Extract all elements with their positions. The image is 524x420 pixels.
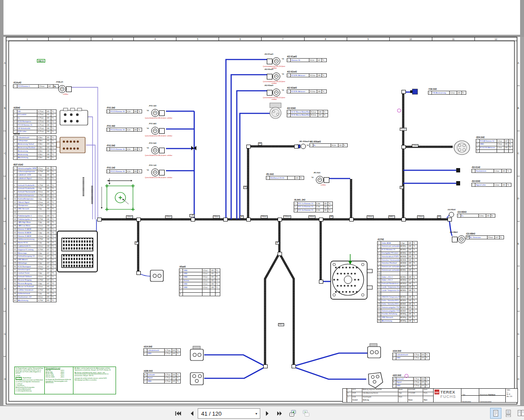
ring-lug-icon: M6 — [272, 57, 280, 65]
segment-label: Ø8 — [275, 241, 279, 245]
page-number-input[interactable]: 41 / 120 ▼ — [198, 408, 260, 419]
pin-row: 2GND0,75swJ45*6 — [393, 357, 430, 360]
pin-row: 8* — [179, 292, 220, 296]
terminal-note: *88 — [146, 147, 149, 149]
connector-pin-table: 1GND0,5swJ45*62GND0,5swJ45*63GND0,5swJ45… — [179, 268, 220, 296]
pin-row: 18CAN-Low Motor0,5swJ46*6 — [13, 224, 56, 228]
terminal-red-note: Quetschkabelschuh Ø8 (25,0)mm² unlötbar — [260, 97, 289, 101]
crimp-ferrule — [159, 148, 165, 153]
pin-row: 25Diagnose K-Leitung0,75blJ47*6 — [13, 248, 56, 251]
pin-row: 4Schirm0,5swJ45*6 — [179, 279, 220, 282]
junction-marker — [401, 90, 406, 94]
next-page-button[interactable] — [261, 407, 273, 419]
pin-row: 5Ansteuerung0,5bnJ46*6 — [13, 149, 56, 153]
round-connector: -M1:X50a#1 *88 — [301, 144, 306, 149]
round-connector: -G3:XD#1 — [449, 212, 454, 217]
grid-row-letter: F — [517, 266, 520, 311]
segment-label: 1250mm — [283, 215, 291, 218]
connector-pin-table: 1Y30 Ansteuerung1,0swJ45*6 — [428, 91, 466, 95]
connector-note: *88 — [306, 145, 309, 146]
connector-pin-table: 1Kl.50/St. Anlasser16,0swJ46*6 — [287, 73, 327, 77]
revision-table: c04.12Änderung umgesetzt, Stand 608 Bear… — [347, 389, 434, 402]
last-page-icon — [276, 410, 283, 417]
previous-view-button[interactable] — [287, 407, 298, 419]
pin-row: 13GND Sensorik1,0grJ46*8 — [13, 207, 56, 211]
type-cell: Type MHL360D MHL350 804 Bestellnummer 60… — [461, 389, 479, 402]
connector-table: -X2D#2 1Diff.0,75wsJ45*62FV-Lenkhil.0,75… — [13, 107, 56, 134]
terminal-label: -FV1:4#1 — [149, 122, 156, 125]
junction-marker — [136, 218, 141, 222]
pin-row: 23Starter Kl.501,0grJ46*8 — [13, 241, 56, 245]
pin-row: 2GND1,0swJ45*6 — [476, 143, 513, 146]
title-block: Zeichnung nach Index ändern! c04.12Änder… — [342, 388, 518, 403]
pin-row: CGND0,75swJ45*6 — [144, 380, 181, 383]
pin-row: 3Kl.15 Klemme 15ADM4aJ48*6 — [378, 248, 418, 251]
pin-row: 1FV1/Klemme 02VmotJ47*6 — [13, 85, 59, 88]
vertical-scrollbar[interactable] — [520, 37, 524, 406]
terminal-label: -X1Ac#1 — [56, 81, 63, 83]
segment-label: 110mm — [412, 144, 418, 147]
pin-row: 13Drehzahl Sonderkreis DRL+ADM4dJ48*7 — [378, 282, 418, 285]
connector-pin-table: 1Diff.0,75wsJ45*62FV-Lenkhil.0,75wsJ45*6… — [13, 109, 56, 134]
junction-marker — [319, 280, 323, 284]
terminal-label: -G3:XB#1 — [449, 231, 458, 233]
pin-row: 30Kl.50 Startsignal0,5swJ47*6 — [13, 265, 56, 268]
pin-row: 19Klemme 15 ADM0,75blJ46*6 — [13, 228, 56, 231]
connector-table: -FV1:5#2 1FV1/5 Klemme 306,0rtJ45*6 — [106, 145, 142, 151]
junction-marker — [136, 271, 141, 275]
facing-pages-view-button[interactable] — [515, 408, 524, 419]
next-view-button[interactable] — [300, 407, 312, 419]
legend-text: Alle Stecker und Kabelschuhe sind öl-, w… — [74, 372, 115, 377]
single-page-view-button[interactable] — [490, 408, 501, 419]
terminal-note: *88 — [282, 58, 284, 60]
connector-pin-table: 1Signal Lüfter1,0swJ45*6 — [471, 183, 511, 187]
pin-row: 1Y30 Ansteuerung1,0swJ45*6 — [428, 91, 466, 95]
pin-row: 1FV1/A Klemme 501,0swJ47*6 — [476, 139, 513, 143]
previous-view-icon — [289, 410, 297, 417]
first-page-button[interactable] — [172, 407, 184, 419]
legend-text: Der Kabelbaum ist mit einem Lauf-Klebeet… — [16, 380, 43, 383]
terminal-red-note: Quetschkabelschuh Ø6 (6,0)mm² unlötbar — [144, 155, 173, 157]
connector-table: -FV1:1#2 1FV1/1 Klemme 306,0rtJ45*6 — [106, 167, 142, 173]
segment-label: Ø8 — [437, 215, 441, 218]
revision-row: a02.06Serienfreigabe Norm. — [347, 396, 433, 399]
pin-row: 1Glühflansch Kl.30-J45*6 — [266, 176, 304, 180]
junction-marker — [401, 218, 406, 222]
page-dropdown-arrow-icon[interactable]: ▼ — [253, 412, 260, 415]
connector-table: -FV1:4#2 1FV1/4 Klemme 306,0rtJ45*6 — [106, 125, 142, 132]
segment-label: Ø8 — [258, 142, 262, 146]
terminal-note: *88 — [282, 73, 284, 75]
connector-table: -H14:X#2 1Lüfterdrehzahl0,75swJ45*62GND0… — [143, 346, 181, 356]
pin-row: 6Drehzahl Kurbelwelle +0,75blJ45*6 — [13, 184, 56, 187]
legend-tag-label: Segmentlänge — [23, 377, 31, 379]
grid-row-letter: A — [3, 41, 6, 86]
pin-row: 1Lüfterdrehzahl0,75swJ45*6 — [393, 353, 430, 357]
connector-pin-table: 1FV1/3 Klemme 306,0rtJ45*6 — [106, 109, 142, 113]
connector-pin-table: 1FV1/Klemme 02VmotJ47*6 — [13, 84, 59, 88]
pin-row: 8Drehzahl Nockenwelle +0,5swJ45*6 — [13, 190, 56, 194]
previous-page-button[interactable] — [186, 407, 198, 419]
junction-marker — [246, 218, 251, 222]
tolerance-row: 2501 bis 10000+30/-0 — [46, 377, 73, 378]
ring-terminal: -X1Ac#1 *88 M8 unlötbar — [58, 84, 74, 99]
connector-pin-table: ADrehzahl0,75swJ45*6BSignal0,75swJ45*6CG… — [143, 373, 181, 383]
continuous-view-button[interactable] — [503, 408, 514, 419]
terminal-note: *88 — [146, 169, 149, 171]
pin-row: 6Ansteuerung0,5bnJ46*6 — [13, 153, 56, 156]
pin-row: 1Signal Lüfter1,0swJ45*6 — [472, 183, 511, 187]
pin-row: 16 — [378, 292, 418, 296]
ring-lug-icon: M6 — [151, 146, 159, 154]
last-page-button[interactable] — [274, 407, 285, 419]
pin-row: ADrehzahl0,75swJ45*6 — [393, 377, 430, 381]
grid-column-number: 5 — [176, 37, 219, 41]
bottom-toolbar: 41 / 120 ▼ — [0, 406, 524, 420]
crimp-ferrule — [452, 237, 458, 242]
pin-row: 21Klemme 31 ADM0,5swJ46*6 — [13, 235, 56, 238]
grid-row-letter: B — [3, 86, 6, 131]
junction-marker — [263, 364, 268, 368]
grid-column-number: 10 — [390, 37, 432, 41]
ring-lug-icon: M6 — [151, 109, 159, 117]
pin-row: 15Pedalwertgeber 10,5swJ46*6 — [13, 214, 56, 218]
pin-row: 1FV1/4 Klemme 306,0rtJ45*6 — [107, 128, 142, 132]
next-view-icon — [302, 410, 310, 417]
